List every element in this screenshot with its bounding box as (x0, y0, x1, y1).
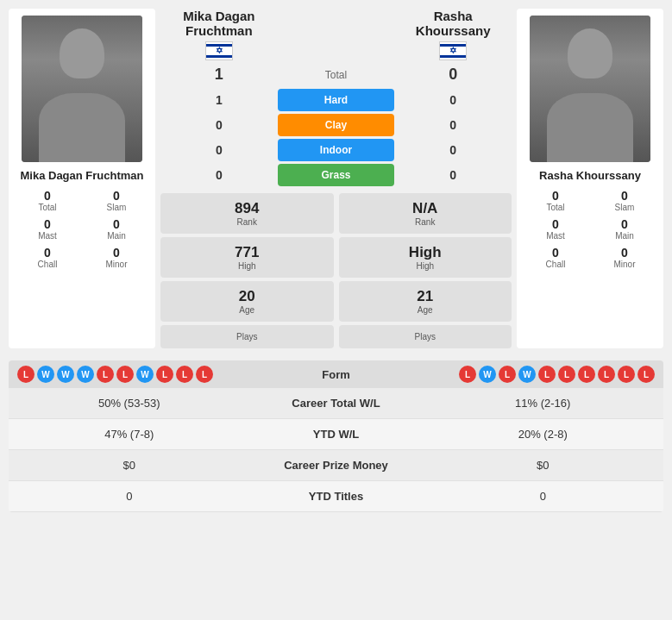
total-right-score: 0 (394, 66, 512, 84)
left-name-center: Mika Dagan Fruchtman ✡ (160, 9, 278, 60)
right-stat-chall: 0 Chall (522, 244, 589, 271)
grass-left-score: 0 (160, 168, 278, 182)
left-form-badges: LWWWLLWLLL (17, 366, 298, 383)
right-stat-total: 0 Total (522, 187, 589, 214)
clay-btn: Clay (278, 114, 395, 136)
total-row: 1 Total 0 (160, 66, 512, 84)
left-stat-chall: 0 Chall (14, 244, 81, 271)
clay-right-score: 0 (394, 118, 512, 132)
hard-btn: Hard (278, 89, 395, 111)
left-stat-mast: 0 Mast (14, 216, 81, 242)
right-stat-mast: 0 Mast (522, 216, 589, 242)
grass-btn: Grass (278, 164, 395, 186)
form-badge-l: L (116, 366, 134, 383)
right-high-box: High High (339, 237, 512, 278)
left-stat-slam: 0 Slam (83, 187, 150, 214)
data-center-label-0: Career Total W/L (250, 388, 423, 418)
right-stat-main: 0 Main (591, 216, 658, 242)
form-badge-l: L (459, 366, 476, 383)
clay-row: 0 Clay 0 (160, 114, 512, 136)
data-center-label-1: YTD W/L (250, 419, 423, 449)
right-stat-slam: 0 Slam (591, 187, 658, 214)
form-badge-l: L (578, 366, 595, 383)
form-badge-l: L (499, 366, 516, 383)
grass-row: 0 Grass 0 (160, 164, 512, 186)
hard-right-score: 0 (394, 93, 512, 107)
surface-rows: 1 Hard 0 0 Clay 0 0 Indoor 0 (160, 89, 512, 186)
data-row-0: 50% (53-53) Career Total W/L 11% (2-16) (9, 388, 663, 419)
indoor-row: 0 Indoor 0 (160, 139, 512, 161)
left-player-name: Mika Dagan Fruchtman (20, 169, 143, 182)
data-row-1: 47% (7-8) YTD W/L 20% (2-8) (9, 419, 663, 450)
clay-left-score: 0 (160, 118, 278, 132)
indoor-btn: Indoor (278, 139, 395, 161)
right-rank-box: N/A Rank (339, 193, 512, 234)
right-name-center: Rasha Khourssany ✡ (394, 9, 512, 60)
left-player-avatar (22, 16, 142, 162)
left-rank-box: 894 Rank (160, 193, 334, 234)
data-left-3: 0 (9, 481, 250, 511)
form-badge-w: W (518, 366, 536, 383)
form-badge-l: L (196, 366, 213, 383)
data-row-3: 0 YTD Titles 0 (9, 481, 663, 512)
form-label: Form (302, 368, 371, 381)
form-badge-l: L (538, 366, 556, 383)
right-form-badges: LWLWLLLLLL (374, 366, 656, 383)
form-badge-l: L (598, 366, 615, 383)
form-badge-l: L (637, 366, 655, 383)
total-left-score: 1 (160, 66, 278, 84)
indoor-right-score: 0 (394, 143, 512, 157)
left-age-box: 20 Age (160, 281, 334, 322)
right-player-avatar (530, 16, 650, 162)
form-badge-w: W (479, 366, 496, 383)
form-row: LWWWLLWLLL Form LWLWLLLLLL (9, 360, 663, 388)
data-left-2: $0 (9, 450, 250, 480)
grass-right-score: 0 (394, 168, 512, 182)
form-badge-w: W (136, 366, 154, 383)
data-left-1: 47% (7-8) (9, 419, 250, 449)
form-badge-l: L (176, 366, 193, 383)
data-center-label-3: YTD Titles (250, 481, 423, 511)
bottom-stats-table: LWWWLLWLLL Form LWLWLLLLLL 50% (53-53) C… (9, 360, 663, 512)
left-high-box: 771 High (160, 237, 334, 278)
form-badge-w: W (77, 366, 94, 383)
form-badge-w: W (37, 366, 54, 383)
left-stat-minor: 0 Minor (83, 244, 150, 271)
data-right-3: 0 (423, 481, 664, 511)
left-player-panel: Mika Dagan Fruchtman 0 Total 0 Slam 0 Ma… (9, 9, 155, 348)
right-player-name: Rasha Khourssany (539, 169, 641, 182)
left-flag: ✡ (205, 41, 233, 60)
data-row-2: $0 Career Prize Money $0 (9, 450, 663, 481)
form-badge-l: L (618, 366, 635, 383)
right-flag: ✡ (439, 41, 467, 60)
hard-left-score: 1 (160, 93, 278, 107)
data-right-1: 20% (2-8) (423, 419, 664, 449)
total-label: Total (278, 69, 395, 81)
names-row: Mika Dagan Fruchtman ✡ Rasha Khourssany (160, 9, 512, 60)
data-center-label-2: Career Prize Money (250, 450, 423, 480)
right-plays-box: Plays (339, 325, 512, 348)
right-age-box: 21 Age (339, 281, 512, 322)
hard-row: 1 Hard 0 (160, 89, 512, 111)
form-badge-l: L (97, 366, 114, 383)
data-right-2: $0 (423, 450, 664, 480)
left-plays-box: Plays (160, 325, 334, 348)
data-left-0: 50% (53-53) (9, 388, 250, 418)
left-stat-main: 0 Main (83, 216, 150, 242)
form-badge-w: W (57, 366, 74, 383)
left-stat-total: 0 Total (14, 187, 81, 214)
form-badge-l: L (558, 366, 575, 383)
form-badge-l: L (17, 366, 35, 383)
right-player-panel: Rasha Khourssany 0 Total 0 Slam 0 Mast (517, 9, 663, 348)
indoor-left-score: 0 (160, 143, 278, 157)
right-stat-minor: 0 Minor (591, 244, 658, 271)
data-right-0: 11% (2-16) (423, 388, 664, 418)
form-badge-l: L (156, 366, 173, 383)
center-stats-col: Mika Dagan Fruchtman ✡ Rasha Khourssany (160, 9, 512, 348)
